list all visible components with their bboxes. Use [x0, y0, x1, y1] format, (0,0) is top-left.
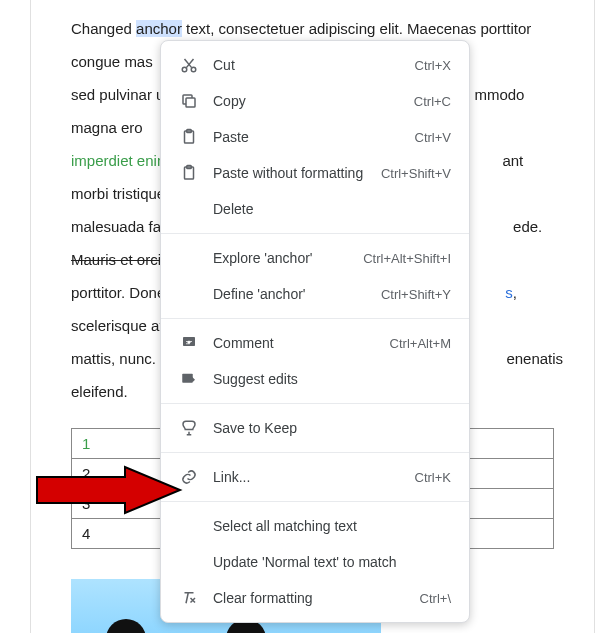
- menu-item-clear-formatting[interactable]: Clear formatting Ctrl+\: [161, 580, 469, 616]
- menu-shortcut: Ctrl+Alt+Shift+I: [363, 251, 451, 266]
- menu-shortcut: Ctrl+X: [415, 58, 451, 73]
- menu-label: Update 'Normal text' to match: [213, 554, 451, 570]
- text-run: ede.: [513, 218, 542, 235]
- menu-item-suggest-edits[interactable]: Suggest edits: [161, 361, 469, 397]
- hyperlink-text[interactable]: imperdiet enim: [71, 152, 169, 169]
- copy-icon: [179, 91, 199, 111]
- menu-label: Paste: [213, 129, 401, 145]
- menu-shortcut: Ctrl+Shift+Y: [381, 287, 451, 302]
- menu-label: Suggest edits: [213, 371, 451, 387]
- blank-icon: [179, 284, 199, 304]
- menu-label: Save to Keep: [213, 420, 451, 436]
- paste-icon: [179, 127, 199, 147]
- menu-item-paste[interactable]: Paste Ctrl+V: [161, 119, 469, 155]
- menu-item-save-to-keep[interactable]: Save to Keep: [161, 410, 469, 446]
- svg-point-1: [191, 67, 196, 72]
- menu-label: Paste without formatting: [213, 165, 367, 181]
- menu-label: Comment: [213, 335, 376, 351]
- menu-label: Explore 'anchor': [213, 250, 349, 266]
- keep-icon: [179, 418, 199, 438]
- suggestion-text: s: [505, 284, 513, 301]
- text-run: sed pulvinar u: [71, 86, 164, 103]
- cut-icon: [179, 55, 199, 75]
- menu-shortcut: Ctrl+Shift+V: [381, 166, 451, 181]
- menu-item-cut[interactable]: Cut Ctrl+X: [161, 47, 469, 83]
- menu-divider: [161, 233, 469, 234]
- menu-shortcut: Ctrl+V: [415, 130, 451, 145]
- svg-point-0: [182, 67, 187, 72]
- menu-item-delete[interactable]: Delete: [161, 191, 469, 227]
- menu-item-explore[interactable]: Explore 'anchor' Ctrl+Alt+Shift+I: [161, 240, 469, 276]
- menu-label: Link...: [213, 469, 401, 485]
- menu-label: Copy: [213, 93, 400, 109]
- menu-item-link[interactable]: Link... Ctrl+K: [161, 459, 469, 495]
- menu-divider: [161, 452, 469, 453]
- menu-divider: [161, 403, 469, 404]
- strikethrough-text: Mauris et orci: [71, 251, 161, 268]
- paste-plain-icon: [179, 163, 199, 183]
- menu-item-select-all-matching-text[interactable]: Select all matching text: [161, 508, 469, 544]
- menu-shortcut: Ctrl+C: [414, 94, 451, 109]
- blank-icon: [179, 552, 199, 572]
- svg-rect-2: [186, 98, 195, 107]
- menu-shortcut: Ctrl+\: [420, 591, 451, 606]
- menu-label: Select all matching text: [213, 518, 451, 534]
- menu-label: Cut: [213, 57, 401, 73]
- menu-label: Define 'anchor': [213, 286, 367, 302]
- context-menu: Cut Ctrl+X Copy Ctrl+C Paste Ctrl+V Past…: [160, 40, 470, 623]
- menu-shortcut: Ctrl+Alt+M: [390, 336, 451, 351]
- blank-icon: [179, 199, 199, 219]
- svg-marker-9: [37, 467, 180, 513]
- menu-item-paste-without-formatting[interactable]: Paste without formatting Ctrl+Shift+V: [161, 155, 469, 191]
- menu-shortcut: Ctrl+K: [415, 470, 451, 485]
- text-run: Changed: [71, 20, 136, 37]
- menu-item-copy[interactable]: Copy Ctrl+C: [161, 83, 469, 119]
- menu-divider: [161, 501, 469, 502]
- menu-item-comment[interactable]: Comment Ctrl+Alt+M: [161, 325, 469, 361]
- annotation-arrow: [35, 465, 185, 525]
- image-content: [81, 589, 171, 633]
- comment-icon: [179, 333, 199, 353]
- menu-item-define[interactable]: Define 'anchor' Ctrl+Shift+Y: [161, 276, 469, 312]
- menu-divider: [161, 318, 469, 319]
- blank-icon: [179, 248, 199, 268]
- suggest-icon: [179, 369, 199, 389]
- text-run: mattis, nunc. I: [71, 350, 164, 367]
- text-run: porttitor. Done: [71, 284, 165, 301]
- menu-label: Clear formatting: [213, 590, 406, 606]
- menu-label: Delete: [213, 201, 451, 217]
- text-run: malesuada fa: [71, 218, 161, 235]
- text-selection: anchor: [136, 20, 182, 37]
- menu-item-update-style[interactable]: Update 'Normal text' to match: [161, 544, 469, 580]
- clear-format-icon: [179, 588, 199, 608]
